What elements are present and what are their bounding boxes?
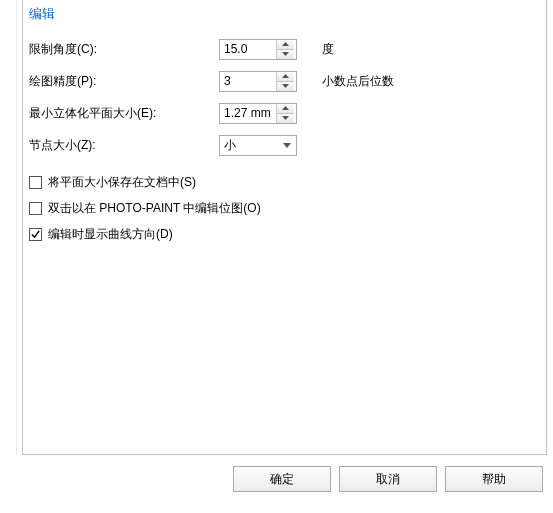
label-constrain-angle: 限制角度(C): [29,41,219,58]
checkbox-label: 编辑时显示曲线方向(D) [48,226,173,243]
svg-marker-2 [282,74,289,78]
svg-marker-6 [283,143,291,148]
constrain-angle-spinner[interactable] [219,39,297,60]
row-node-size: 节点大小(Z): 小 [29,129,540,161]
min-extrude-input[interactable] [220,104,276,123]
spin-up-icon[interactable] [277,72,294,81]
svg-marker-3 [282,84,289,88]
checkbox-show-curve-dir[interactable] [29,228,42,241]
checkbox-dblclick-photo-paint[interactable] [29,202,42,215]
edit-options-panel: 编辑 限制角度(C): 度 绘图精度(P): [22,0,547,455]
unit-degree: 度 [304,41,334,58]
unit-decimal-places: 小数点后位数 [304,73,394,90]
help-button[interactable]: 帮助 [445,466,543,492]
svg-marker-0 [282,42,289,46]
label-min-extrude: 最小立体化平面大小(E): [29,105,219,122]
row-min-extrude: 最小立体化平面大小(E): [29,97,540,129]
node-size-select[interactable]: 小 [219,135,297,156]
constrain-angle-input[interactable] [220,40,276,59]
label-drawing-precision: 绘图精度(P): [29,73,219,90]
row-drawing-precision: 绘图精度(P): 小数点后位数 [29,65,540,97]
checkbox-save-plane-size[interactable] [29,176,42,189]
drawing-precision-input[interactable] [220,72,276,91]
label-node-size: 节点大小(Z): [29,137,219,154]
ok-button[interactable]: 确定 [233,466,331,492]
min-extrude-spinner[interactable] [219,103,297,124]
spin-up-icon[interactable] [277,40,294,49]
node-size-value: 小 [220,137,278,154]
cancel-button[interactable]: 取消 [339,466,437,492]
spin-down-icon[interactable] [277,49,294,59]
spin-down-icon[interactable] [277,81,294,91]
spin-up-icon[interactable] [277,104,294,113]
checkbox-label: 双击以在 PHOTO-PAINT 中编辑位图(O) [48,200,261,217]
spin-down-icon[interactable] [277,113,294,123]
drawing-precision-spinner[interactable] [219,71,297,92]
chevron-down-icon[interactable] [278,136,296,155]
svg-marker-5 [282,116,289,120]
svg-marker-4 [282,106,289,110]
svg-marker-1 [282,52,289,56]
check-row-show-curve-dir[interactable]: 编辑时显示曲线方向(D) [29,221,540,247]
checkbox-label: 将平面大小保存在文档中(S) [48,174,196,191]
section-title: 编辑 [23,0,546,33]
dialog-button-bar: 确定 取消 帮助 [22,460,547,492]
row-constrain-angle: 限制角度(C): 度 [29,33,540,65]
check-row-save-plane-size[interactable]: 将平面大小保存在文档中(S) [29,169,540,195]
check-row-dblclick-photo-paint[interactable]: 双击以在 PHOTO-PAINT 中编辑位图(O) [29,195,540,221]
